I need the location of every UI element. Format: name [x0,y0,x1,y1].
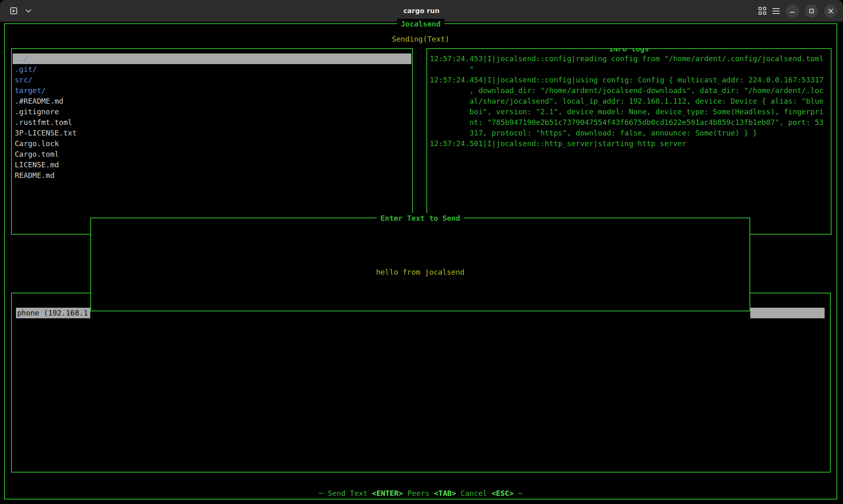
log-line: boi", version: "2.1", device_model: None… [430,107,828,117]
file-item[interactable]: .git/ [13,64,411,75]
file-item[interactable]: LICENSE.md [13,160,411,170]
log-line: , download_dir: "/home/ardent/jocalsend-… [430,85,828,96]
footer-space [514,489,518,497]
log-line: 12:57:24.453|I|jocalsend::config|reading… [430,53,828,64]
file-item[interactable]: .#README.md [13,96,411,107]
peers-panel: phone (192.168.1 [11,293,831,473]
log-line: 12:57:24.501|I|jocalsend::http_server|st… [430,138,828,149]
minimize-icon [790,9,795,13]
file-item[interactable]: Cargo.toml [13,149,411,160]
app-mode-status: Sending(Text) [4,34,837,44]
keybind-label: Peers [407,489,434,497]
keybind-label: Cancel [461,489,492,497]
file-item[interactable]: src/ [13,75,411,85]
file-item[interactable]: 3P-LICENSE.txt [13,128,411,138]
file-item[interactable]: Cargo.lock [13,138,411,149]
chevron-down-icon [26,9,31,13]
text-input-modal[interactable]: Enter Text to Send hello from jocalsend [90,218,750,311]
log-line: " [430,64,828,75]
file-item[interactable]: .rustfmt.toml [13,117,411,128]
window-title: cargo run [404,7,440,15]
log-panel-title: INFO logs [605,48,653,54]
footer-space [323,489,328,497]
menu-button[interactable] [772,4,780,18]
maximize-icon [809,9,814,13]
tab-switcher-button[interactable] [23,4,33,18]
new-tab-button[interactable] [6,4,21,18]
new-tab-icon [10,7,17,14]
maximize-button[interactable] [805,4,818,18]
keybind-key: <ENTER> [372,489,403,497]
log-line: al/share/jocalsend", local_ip_addr: 192.… [430,96,828,107]
footer-space [456,489,461,497]
file-item[interactable]: ../ [13,53,411,64]
footer-keybinds: ─ Send Text <ENTER> Peers <TAB> Cancel <… [4,488,837,499]
footer-border-dash: ─ [319,489,323,497]
tab-overview-button[interactable] [758,4,766,18]
file-item[interactable]: .gitignore [13,107,411,117]
hamburger-icon [772,8,780,14]
log-line: 317, protocol: "https", download: false,… [430,128,828,138]
keybind-label: Send Text [328,489,372,497]
footer-space [403,489,408,497]
file-list: ../.git/src/target/.#README.md.gitignore… [12,53,412,181]
minimize-button[interactable] [786,4,799,18]
file-item[interactable]: target/ [13,85,411,96]
log-line: 12:57:24.454|I|jocalsend::config|using c… [430,75,828,85]
file-item[interactable]: README.md [13,170,411,181]
footer-border-dash: ─ [518,489,522,497]
log-line: nt: "785b947190e2b51c7379047554f43f6675d… [430,117,828,128]
log-panel: INFO logs 12:57:24.453|I|jocalsend::conf… [426,48,832,235]
text-input-value: hello from jocalsend [91,267,749,278]
keybind-key: <ESC> [491,489,513,497]
modal-title: Enter Text to Send [377,213,464,224]
log-lines: 12:57:24.453|I|jocalsend::config|reading… [430,53,828,149]
file-browser-panel: ../.git/src/target/.#README.md.gitignore… [11,48,413,235]
terminal-screen: Jocalsend Sending(Text) ../.git/src/targ… [0,22,843,504]
app-title: Jocalsend [397,19,444,29]
grid-icon [758,7,766,15]
keybind-key: <TAB> [434,489,456,497]
close-button[interactable] [824,4,837,18]
close-icon [828,9,833,13]
